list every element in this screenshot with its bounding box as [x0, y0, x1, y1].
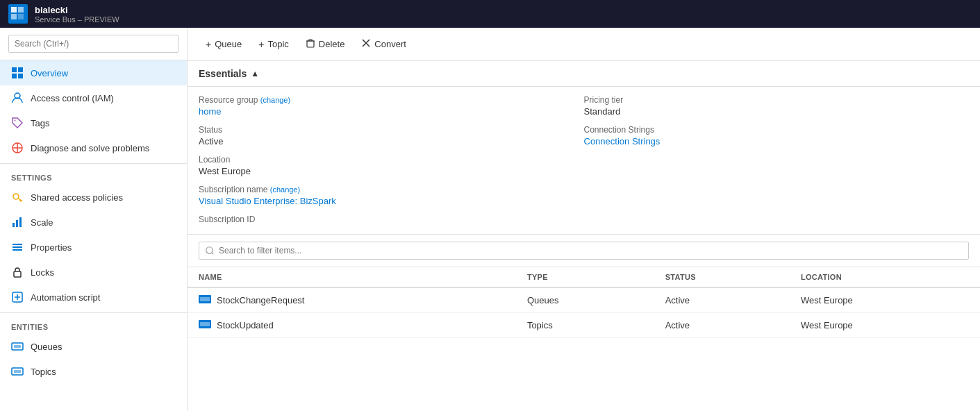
essentials-title: Essentials [199, 68, 247, 79]
sidebar-item-scale[interactable]: Scale [0, 210, 187, 235]
app-logo [8, 4, 28, 24]
data-table: NAME TYPE STATUS LOCATION S [188, 267, 980, 411]
add-topic-button[interactable]: + Topic [251, 35, 296, 53]
col-status: STATUS [654, 267, 790, 287]
sidebar-item-shared-access-label: Shared access policies [31, 192, 123, 203]
svg-rect-17 [13, 249, 22, 251]
add-queue-label: Queue [215, 39, 242, 49]
tag-icon [11, 117, 24, 129]
sidebar-item-shared-access[interactable]: Shared access policies [0, 185, 187, 210]
svg-rect-16 [13, 246, 22, 248]
key-icon [11, 191, 24, 203]
entities-divider [0, 312, 187, 313]
subscription-name-change[interactable]: (change) [270, 185, 300, 194]
sidebar-item-topics[interactable]: Topics [0, 359, 187, 384]
convert-button[interactable]: Convert [354, 35, 413, 53]
svg-rect-14 [19, 217, 22, 227]
resource-group-item: Resource group (change) home [199, 95, 584, 117]
svg-point-11 [13, 194, 19, 199]
svg-rect-23 [14, 370, 21, 373]
col-location: LOCATION [790, 267, 980, 287]
svg-rect-15 [13, 244, 22, 245]
sidebar-item-iam-label: Access control (IAM) [31, 93, 114, 103]
row2-status: Active [654, 313, 790, 338]
resources-table: NAME TYPE STATUS LOCATION S [188, 267, 980, 338]
topbar-title-group: bialecki Service Bus – PREVIEW [35, 5, 119, 24]
location-item: Location West Europe [199, 155, 584, 176]
queue-row-icon [199, 295, 211, 305]
svg-rect-0 [11, 7, 17, 12]
row2-location: West Europe [790, 313, 980, 338]
topics-icon [11, 365, 24, 378]
iam-icon [11, 92, 24, 104]
sidebar-item-overview-label: Overview [31, 68, 68, 78]
sidebar-item-properties-label: Properties [31, 242, 72, 253]
sidebar-item-locks[interactable]: Locks [0, 260, 187, 285]
add-queue-button[interactable]: + Queue [199, 35, 249, 53]
plus-icon: + [206, 39, 211, 50]
row2-name: StockUpdated [188, 313, 516, 338]
overview-icon [11, 67, 24, 79]
filter-input[interactable] [199, 242, 969, 260]
sidebar-item-tags[interactable]: Tags [0, 110, 187, 135]
topbar: bialecki Service Bus – PREVIEW [0, 0, 980, 28]
pricing-tier-item: Pricing tier Standard [584, 95, 970, 117]
queues-icon [11, 340, 24, 353]
properties-icon [11, 241, 24, 253]
filter-bar [188, 235, 980, 267]
table-row[interactable]: StockChangeRequest Queues Active West Eu… [188, 287, 980, 313]
diagnose-icon [11, 142, 24, 154]
sidebar-item-queues[interactable]: Queues [0, 334, 187, 359]
svg-rect-13 [16, 220, 18, 227]
essentials-chevron-icon: ▲ [251, 69, 259, 78]
delete-icon [306, 38, 315, 50]
svg-rect-24 [307, 41, 314, 47]
svg-rect-1 [18, 7, 24, 12]
subscription-name-item: Subscription name (change) Visual Studio… [199, 185, 584, 206]
svg-rect-26 [200, 297, 210, 301]
sidebar: Overview Access control (IAM) Tags Diagn… [0, 28, 188, 411]
status-label: Status [199, 125, 584, 135]
resource-group-change[interactable]: (change) [260, 96, 290, 104]
row1-status: Active [654, 287, 790, 313]
sidebar-item-topics-label: Topics [31, 367, 56, 377]
col-type: TYPE [516, 267, 654, 287]
connection-strings-item: Connection Strings Connection Strings [584, 125, 970, 146]
automation-icon [11, 291, 24, 303]
resource-group-value[interactable]: home [199, 106, 222, 117]
add-topic-label: Topic [267, 39, 288, 49]
sidebar-item-properties[interactable]: Properties [0, 235, 187, 260]
table-header-row: NAME TYPE STATUS LOCATION [188, 267, 980, 287]
settings-section-label: SETTINGS [0, 167, 187, 185]
subscription-id-label: Subscription ID [199, 215, 584, 224]
sidebar-item-automation[interactable]: Automation script [0, 285, 187, 310]
svg-rect-2 [11, 14, 17, 19]
sidebar-item-locks-label: Locks [31, 267, 54, 278]
topic-row-icon [199, 320, 211, 330]
sidebar-item-iam[interactable]: Access control (IAM) [0, 85, 187, 110]
delete-button[interactable]: Delete [299, 35, 352, 53]
connection-strings-link[interactable]: Connection Strings [584, 136, 661, 146]
scale-icon [11, 216, 24, 228]
sidebar-item-automation-label: Automation script [31, 292, 100, 303]
essentials-header: Essentials ▲ [188, 61, 980, 87]
convert-label: Convert [374, 39, 406, 49]
sidebar-item-overview[interactable]: Overview [0, 60, 187, 85]
topbar-title: bialecki [35, 5, 119, 15]
empty-right-2 [584, 185, 970, 206]
sidebar-item-scale-label: Scale [31, 217, 53, 228]
lock-icon [11, 266, 24, 278]
delete-label: Delete [319, 39, 345, 49]
svg-rect-5 [18, 67, 23, 72]
search-input[interactable] [8, 35, 178, 53]
sidebar-item-tags-label: Tags [31, 118, 49, 128]
row2-type: Topics [516, 313, 654, 338]
sidebar-item-queues-label: Queues [31, 342, 63, 352]
row1-location: West Europe [790, 287, 980, 313]
table-row[interactable]: StockUpdated Topics Active West Europe [188, 313, 980, 338]
sidebar-item-diagnose[interactable]: Diagnose and solve problems [0, 135, 187, 160]
svg-rect-18 [14, 271, 21, 277]
subscription-name-value[interactable]: Visual Studio Enterprise: BizSpark [199, 196, 336, 206]
status-item: Status Active [199, 125, 584, 146]
svg-rect-12 [13, 223, 15, 227]
